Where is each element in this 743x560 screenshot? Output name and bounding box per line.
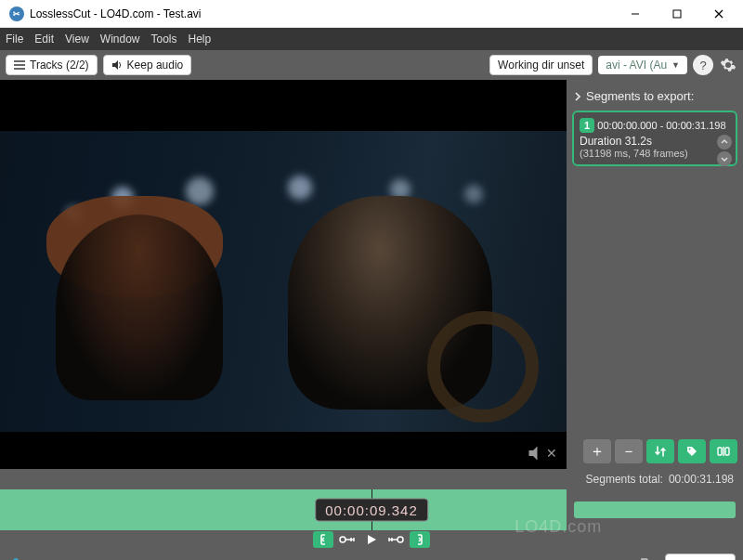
menu-bar: File Edit View Window Tools Help	[0, 28, 743, 50]
svg-marker-8	[529, 447, 538, 461]
segment-actions: ＋ －	[572, 439, 737, 463]
sort-segments-button[interactable]	[646, 439, 674, 463]
segment-frames: (31198 ms, 748 frames)	[580, 148, 730, 159]
tracks-label: Tracks (2/2)	[30, 59, 89, 72]
set-cut-start-button[interactable]	[313, 531, 333, 548]
window-titlebar: ✂ LosslessCut - LO4D.com - Test.avi	[0, 0, 743, 28]
help-label: ?	[699, 59, 706, 72]
tag-button[interactable]	[637, 554, 658, 560]
arrow-down-icon	[721, 155, 728, 163]
svg-marker-17	[368, 535, 376, 544]
svg-rect-10	[718, 448, 722, 455]
keep-audio-button[interactable]: Keep audio	[103, 55, 192, 75]
menu-view[interactable]: View	[65, 33, 89, 46]
segment-duration: Duration 31.2s	[580, 135, 730, 148]
menu-window[interactable]: Window	[100, 33, 140, 46]
minimize-button[interactable]	[614, 0, 656, 28]
svg-point-9	[689, 449, 691, 450]
segments-total-value: 00:00:31.198	[669, 473, 734, 486]
menu-file[interactable]: File	[6, 33, 23, 46]
playback-controls	[0, 530, 743, 549]
working-dir-label: Working dir unset	[498, 59, 584, 72]
gear-icon	[720, 57, 736, 73]
sidebar-header[interactable]: Segments to export:	[572, 85, 737, 107]
timeline-overview[interactable]	[567, 489, 743, 530]
play-icon	[366, 534, 377, 545]
capture-frame-button[interactable]	[7, 556, 24, 560]
set-cut-end-button[interactable]	[410, 531, 430, 548]
help-button[interactable]: ?	[693, 55, 713, 75]
segments-sidebar: Segments to export: 1 00:00:00.000 - 00:…	[567, 80, 743, 469]
svg-point-18	[398, 537, 403, 542]
key-next-icon	[387, 534, 404, 545]
sidebar-header-label: Segments to export:	[586, 89, 694, 103]
export-button[interactable]: Export	[665, 553, 736, 560]
main-area: ✕ Segments to export: 1 00:00:00.000 - 0…	[0, 80, 743, 469]
svg-rect-1	[673, 10, 681, 18]
caret-down-icon: ▼	[671, 60, 680, 70]
video-frame	[0, 131, 567, 432]
time-counter[interactable]: 00:00:09.342	[315, 499, 428, 522]
bracket-right-icon	[414, 534, 425, 545]
key-prev-icon	[339, 534, 356, 545]
segment-timerange: 00:00:00.000 - 00:00:31.198	[597, 120, 725, 131]
format-label: avi - AVI (Au	[606, 59, 667, 72]
segment-move-down[interactable]	[717, 151, 732, 166]
split-segments-button[interactable]	[710, 439, 737, 463]
arrow-up-icon	[721, 138, 728, 146]
tag-segments-button[interactable]	[678, 439, 706, 463]
tracks-button[interactable]: Tracks (2/2)	[6, 55, 98, 75]
plus-icon: ＋	[590, 442, 605, 462]
bottom-bar: LO4D.com Export	[0, 549, 743, 560]
maximize-button[interactable]	[656, 0, 697, 28]
menu-help[interactable]: Help	[189, 33, 212, 46]
list-icon	[14, 60, 25, 70]
speaker-icon	[111, 59, 123, 71]
minus-icon: －	[621, 442, 636, 462]
app-icon: ✂	[9, 7, 24, 21]
segments-total-bar: Segments total: 00:00:31.198	[0, 469, 743, 489]
bracket-left-icon	[318, 534, 329, 545]
tag-icon	[685, 445, 698, 458]
keep-audio-label: Keep audio	[127, 59, 184, 72]
svg-marker-7	[112, 60, 118, 70]
person-icon	[7, 556, 24, 560]
mute-button[interactable]: ✕	[528, 445, 557, 462]
video-player[interactable]: ✕	[0, 80, 567, 469]
mute-x-icon: ✕	[546, 446, 557, 461]
svg-point-13	[340, 537, 345, 542]
settings-button[interactable]	[719, 56, 737, 74]
segment-move-up[interactable]	[717, 135, 732, 150]
top-toolbar: Tracks (2/2) Keep audio Working dir unse…	[0, 50, 743, 80]
segments-total-label: Segments total:	[586, 473, 663, 486]
next-keyframe-button[interactable]	[385, 531, 406, 548]
chevron-right-icon	[574, 92, 581, 101]
remove-segment-button[interactable]: －	[615, 439, 643, 463]
menu-tools[interactable]: Tools	[151, 33, 177, 46]
merge-button[interactable]	[609, 554, 630, 560]
segment-item[interactable]: 1 00:00:00.000 - 00:00:31.198 Duration 3…	[572, 111, 737, 166]
split-icon	[717, 445, 730, 458]
add-segment-button[interactable]: ＋	[583, 439, 611, 463]
sort-icon	[654, 445, 667, 458]
close-button[interactable]	[697, 0, 739, 28]
working-dir-button[interactable]: Working dir unset	[489, 55, 593, 75]
svg-rect-11	[725, 448, 729, 455]
prev-keyframe-button[interactable]	[337, 531, 358, 548]
window-title: LosslessCut - LO4D.com - Test.avi	[30, 7, 202, 20]
play-button[interactable]	[361, 531, 382, 548]
menu-edit[interactable]: Edit	[34, 33, 54, 46]
timeline[interactable]: 00:00:09.342	[0, 489, 743, 530]
speaker-mute-icon	[528, 445, 544, 462]
segment-number: 1	[580, 118, 594, 133]
format-select[interactable]: avi - AVI (Au ▼	[598, 56, 687, 74]
